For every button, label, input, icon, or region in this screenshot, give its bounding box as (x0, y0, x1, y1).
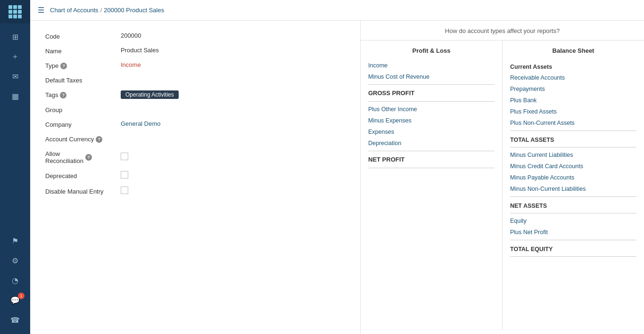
default-taxes-label: Default Taxes (45, 76, 121, 84)
chat-icon[interactable]: 💬 1 (4, 291, 26, 310)
plus-non-current-assets-item[interactable]: Plus Non-Current Assets (510, 117, 636, 129)
type-row: Type ? Income (45, 61, 345, 69)
minus-current-liabilities-item[interactable]: Minus Current Liabilities (510, 149, 636, 161)
total-equity-divider-bottom (510, 256, 636, 257)
gross-profit-subtotal: GROSS PROFIT (368, 87, 495, 99)
minus-payable-accounts-item[interactable]: Minus Payable Accounts (510, 172, 636, 183)
main-area: ☰ Chart of Accounts / 200000 Product Sal… (30, 0, 644, 334)
info-panel-header: How do account types affect your reports… (361, 21, 644, 41)
expenses-item[interactable]: Expenses (368, 126, 495, 138)
breadcrumb-separator: / (100, 7, 102, 14)
disable-manual-entry-row: Disable Manual Entry (45, 187, 345, 196)
default-taxes-row: Default Taxes (45, 76, 345, 84)
breadcrumb: Chart of Accounts / 200000 Product Sales (50, 7, 164, 14)
name-label: Name (45, 47, 121, 55)
allow-checkbox[interactable] (121, 153, 128, 160)
app-logo[interactable] (0, 0, 30, 24)
receivable-accounts-item[interactable]: Receivable Accounts (510, 72, 636, 83)
account-currency-help-icon[interactable]: ? (96, 136, 102, 143)
net-assets-divider (510, 196, 636, 197)
clock-icon[interactable]: ◔ (4, 271, 26, 290)
net-assets-header: NET ASSETS (510, 199, 636, 211)
chat-badge: 1 (18, 293, 25, 299)
tool-icon[interactable]: ⚙ (4, 251, 26, 270)
deprecated-row: Deprecated (45, 171, 345, 180)
disable-manual-entry-checkbox-wrapper (121, 187, 345, 196)
report-columns: Profit & Loss Income Minus Cost of Reven… (361, 41, 644, 330)
minus-non-current-liabilities-item[interactable]: Minus Non-Current Liabilities (510, 183, 636, 195)
tags-row: Tags ? Operating Activities (45, 90, 345, 99)
tags-value: Operating Activities (121, 90, 345, 99)
current-assets-header: Current Assets (510, 60, 636, 72)
balance-sheet-title: Balance Sheet (510, 47, 636, 54)
content-area: Code 200000 Name Product Sales Type ? In… (30, 21, 644, 334)
net-profit-divider (368, 151, 495, 151)
total-assets-divider-bottom (510, 147, 636, 147)
total-equity-divider (510, 240, 636, 240)
logo-grid (8, 5, 22, 18)
sidebar-nav: ⊞ ＋ ✉ ▦ (0, 24, 30, 231)
gross-profit-divider (368, 84, 495, 85)
allow-checkbox-wrapper (121, 153, 345, 162)
name-row: Name Product Sales (45, 47, 345, 55)
minus-credit-card-accounts-item[interactable]: Minus Credit Card Accounts (510, 161, 636, 172)
total-assets-header: TOTAL ASSETS (510, 133, 636, 145)
flag-icon[interactable]: ⚑ (4, 231, 26, 250)
add-icon[interactable]: ＋ (4, 47, 26, 66)
group-row: Group (45, 106, 345, 114)
allow-label: AllowReconciliation ? (45, 149, 121, 164)
net-profit-divider-bottom (368, 168, 495, 168)
tag-badge[interactable]: Operating Activities (121, 90, 179, 99)
total-equity-header: TOTAL EQUITY (510, 242, 636, 254)
account-currency-row: Account Currency ? (45, 135, 345, 143)
type-value: Income (121, 61, 345, 68)
name-value: Product Sales (121, 47, 345, 54)
minus-expenses-item[interactable]: Minus Expenses (368, 115, 495, 126)
plus-net-profit-item[interactable]: Plus Net Profit (510, 227, 636, 238)
tags-label: Tags ? (45, 90, 121, 98)
plus-bank-item[interactable]: Plus Bank (510, 95, 636, 106)
info-panel: › How do account types affect your repor… (360, 21, 644, 334)
breadcrumb-link[interactable]: Chart of Accounts (50, 7, 99, 14)
profit-loss-title: Profit & Loss (368, 47, 495, 54)
total-assets-divider (510, 130, 636, 131)
breadcrumb-current: 200000 Product Sales (104, 7, 164, 14)
form-area: Code 200000 Name Product Sales Type ? In… (30, 21, 360, 334)
company-value[interactable]: General Demo (121, 120, 345, 127)
equity-item[interactable]: Equity (510, 215, 636, 227)
collapse-panel-button[interactable]: › (360, 170, 361, 185)
plus-other-income-item[interactable]: Plus Other Income (368, 104, 495, 115)
type-label: Type ? (45, 61, 121, 69)
apps-icon[interactable]: ⊞ (4, 27, 26, 46)
group-label: Group (45, 106, 121, 114)
mail-icon[interactable]: ✉ (4, 67, 26, 86)
profit-loss-column: Profit & Loss Income Minus Cost of Reven… (361, 41, 503, 330)
prepayments-item[interactable]: Prepayments (510, 83, 636, 95)
code-label: Code (45, 32, 121, 40)
disable-manual-entry-label: Disable Manual Entry (45, 187, 121, 195)
allow-help-icon[interactable]: ? (85, 154, 92, 161)
type-help-icon[interactable]: ? (60, 63, 67, 69)
allow-row: AllowReconciliation ? (45, 149, 345, 164)
code-value: 200000 (121, 32, 345, 39)
account-currency-label: Account Currency ? (45, 135, 121, 143)
deprecated-label: Deprecated (45, 171, 121, 179)
company-row: Company General Demo (45, 120, 345, 128)
calendar-icon[interactable]: ▦ (4, 87, 26, 106)
deprecated-checkbox[interactable] (121, 171, 128, 179)
hamburger-icon[interactable]: ☰ (38, 6, 44, 15)
code-row: Code 200000 (45, 32, 345, 40)
minus-cost-of-revenue-item[interactable]: Minus Cost of Revenue (368, 71, 495, 82)
depreciation-item[interactable]: Depreciation (368, 138, 495, 149)
net-profit-subtotal: NET PROFIT (368, 153, 495, 166)
disable-manual-entry-checkbox[interactable] (121, 187, 128, 194)
income-item[interactable]: Income (368, 60, 495, 71)
balance-sheet-column: Balance Sheet Current Assets Receivable … (503, 41, 644, 330)
phone-icon[interactable]: ☎ (4, 310, 26, 329)
deprecated-checkbox-wrapper (121, 171, 345, 180)
tags-help-icon[interactable]: ? (60, 92, 66, 98)
plus-fixed-assets-item[interactable]: Plus Fixed Assets (510, 106, 636, 117)
sidebar: ⊞ ＋ ✉ ▦ ⚑ ⚙ ◔ 💬 1 ☎ (0, 0, 30, 334)
net-assets-divider-bottom (510, 213, 636, 213)
company-label: Company (45, 120, 121, 128)
